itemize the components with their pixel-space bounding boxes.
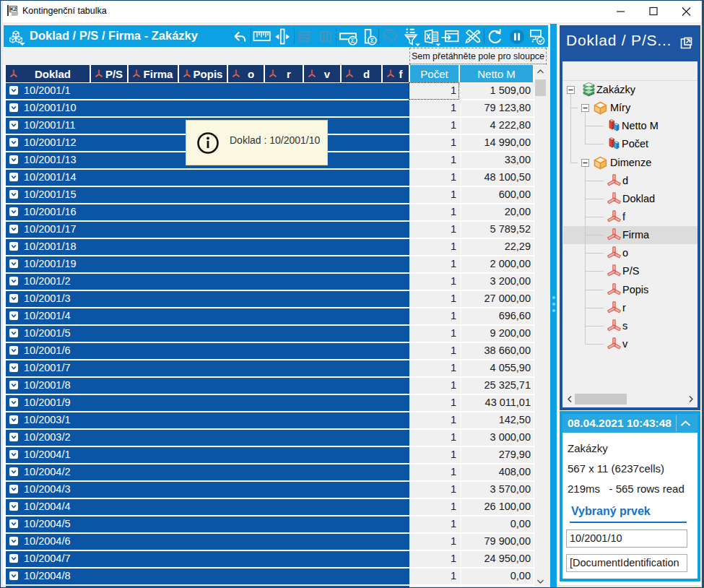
svg-text:Σ: Σ: [351, 37, 355, 44]
svg-text:Σ: Σ: [370, 37, 375, 44]
